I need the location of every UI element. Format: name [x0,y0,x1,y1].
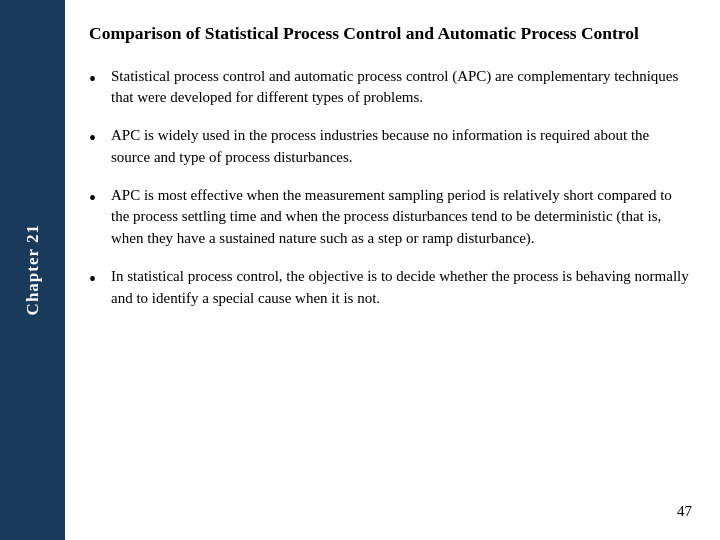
bullet-text-4: In statistical process control, the obje… [111,266,692,310]
page-title: Comparison of Statistical Process Contro… [89,22,692,46]
page-container: Chapter 21 Comparison of Statistical Pro… [0,0,720,540]
bullet-dot-4: • [89,266,107,292]
main-content: Comparison of Statistical Process Contro… [65,0,720,540]
bullet-text-2: APC is widely used in the process indust… [111,125,692,169]
bullet-dot-3: • [89,185,107,211]
bullet-list: • Statistical process control and automa… [89,66,692,495]
list-item: • Statistical process control and automa… [89,66,692,110]
bullet-text-3: APC is most effective when the measureme… [111,185,692,250]
bullet-dot-2: • [89,125,107,151]
bullet-dot-1: • [89,66,107,92]
list-item: • APC is most effective when the measure… [89,185,692,250]
chapter-label: Chapter 21 [23,224,43,315]
page-number-row: 47 [89,495,692,520]
page-number: 47 [677,503,692,520]
bullet-text-1: Statistical process control and automati… [111,66,692,110]
list-item: • In statistical process control, the ob… [89,266,692,310]
sidebar: Chapter 21 [0,0,65,540]
list-item: • APC is widely used in the process indu… [89,125,692,169]
